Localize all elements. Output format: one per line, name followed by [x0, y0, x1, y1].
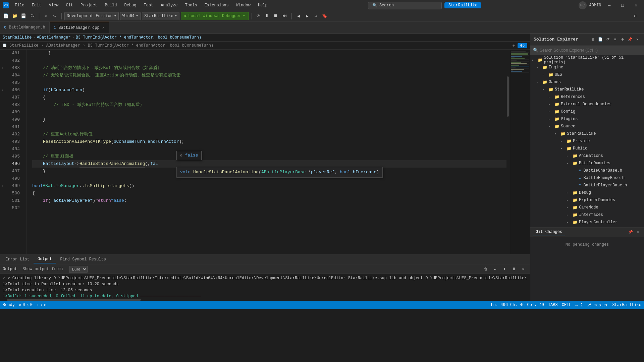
redo-btn[interactable]: ↪	[51, 12, 59, 20]
tree-public[interactable]: ▾ 📁 Public	[530, 145, 644, 152]
h-scroll-thumb[interactable]	[7, 299, 141, 301]
status-branch[interactable]: ⎇ master	[587, 303, 608, 308]
se-collapse-btn[interactable]: ⊟	[590, 36, 596, 43]
pp-tab-git[interactable]: Git Changes	[533, 228, 565, 236]
tree-config[interactable]: ▸ 📁 Config	[530, 108, 644, 115]
close-button[interactable]: ✕	[631, 1, 641, 9]
tree-starRailLike[interactable]: ▾ 📁 StarRailLike	[530, 86, 644, 93]
menu-extensions[interactable]: Extensions	[201, 2, 232, 9]
op-pause-btn[interactable]: ⏸	[510, 265, 518, 273]
save-all-btn[interactable]: 🗂	[28, 12, 36, 20]
breadcrumb-method[interactable]: B3_TurnEnd(AActor * endTurnActor, bool b…	[76, 35, 201, 40]
tree-animations[interactable]: ▸ 📁 Animations	[530, 152, 644, 160]
tab-close-btn[interactable]: ✕	[102, 25, 105, 30]
tree-ext-deps[interactable]: ▸ 📁 External Dependencies	[530, 101, 644, 108]
solution-dropdown[interactable]: StarRailLike▾	[142, 12, 179, 20]
breadcrumb-file[interactable]: StarRailLike	[3, 35, 32, 40]
se-filter-btn[interactable]: ⊕	[619, 36, 626, 43]
toolbar-btn-1[interactable]: ⟳	[255, 12, 263, 20]
tree-battleplayerbase[interactable]: ≡ BattlePlayerBase.h	[530, 182, 644, 189]
op-clear-btn[interactable]: 🗑	[482, 265, 490, 273]
tab-find-symbol[interactable]: Find Symbol Results	[56, 256, 110, 263]
nav-filter[interactable]: ⊙	[44, 303, 46, 308]
tree-private[interactable]: ▸ 📁 Private	[530, 137, 644, 145]
run-button[interactable]: ▶ Local Windows Debugger ▾	[181, 12, 249, 20]
undo-btn[interactable]: ↩	[42, 12, 50, 20]
open-btn[interactable]: 📁	[11, 12, 19, 20]
nav-down[interactable]: ↓	[40, 303, 43, 307]
nav-up[interactable]: ↑	[37, 303, 39, 307]
pp-pin-btn[interactable]: 📌	[627, 229, 634, 236]
menu-build[interactable]: Build	[101, 2, 120, 9]
menu-debug[interactable]: Debug	[121, 2, 140, 9]
minimize-button[interactable]: ─	[604, 2, 615, 9]
expand-btn[interactable]: ⊕	[513, 43, 515, 48]
output-source-select[interactable]: Build	[69, 266, 88, 273]
se-close-btn[interactable]: ✕	[634, 36, 641, 43]
menu-view[interactable]: View	[46, 2, 62, 9]
fold-499[interactable]: ▾	[0, 182, 5, 190]
tree-plugins[interactable]: ▸ 📁 Plugins	[530, 115, 644, 123]
tree-references[interactable]: ▸ 📁 References	[530, 93, 644, 101]
maximize-button[interactable]: □	[617, 2, 628, 9]
tree-source-starraillike[interactable]: ▾ 📁 StarRailLike	[530, 130, 644, 137]
tree-battlecharbase[interactable]: ≡ BattleCharBase.h	[530, 167, 644, 174]
breadcrumb-class[interactable]: ABattleManager	[37, 35, 71, 40]
new-file-btn[interactable]: 📄	[2, 12, 10, 20]
platform-dropdown[interactable]: Win64▾	[120, 12, 141, 20]
live-share-btn[interactable]: ⊕	[631, 12, 639, 20]
tab-battlemanager-h[interactable]: C BattleManager.h	[0, 22, 50, 33]
menu-file[interactable]: File	[11, 2, 28, 9]
tree-explorerdummies[interactable]: ▸ 📁 ExplorerDummies	[530, 196, 644, 204]
se-sync-btn[interactable]: ⟳	[604, 36, 611, 43]
toolbar-btn-3[interactable]: ⏹	[272, 12, 280, 20]
scroll-thumb[interactable]	[507, 76, 509, 117]
menu-project[interactable]: Project	[77, 2, 101, 9]
tab-battlemanager-cpp[interactable]: C BattleManager.cpp ✕	[50, 22, 109, 33]
pp-close-btn[interactable]: ✕	[635, 229, 641, 236]
menu-help[interactable]: Help	[255, 2, 271, 9]
code-editor[interactable]: ▾ ▾ ▾	[0, 50, 530, 254]
tree-interfaces[interactable]: ▸ 📁 Interfaces	[530, 211, 644, 219]
op-scroll-btn[interactable]: ⬇	[500, 265, 508, 273]
fold-483[interactable]: ▾	[0, 64, 5, 72]
menu-git[interactable]: Git	[62, 2, 76, 9]
menu-edit[interactable]: Edit	[29, 2, 45, 9]
op-wrap-btn[interactable]: ↵	[491, 265, 499, 273]
toolbar-btn-7[interactable]: ⇨	[312, 12, 320, 20]
menu-analyze[interactable]: Analyze	[157, 2, 181, 9]
tree-gamemode[interactable]: ▸ 📁 GameMode	[530, 204, 644, 211]
tree-source[interactable]: ▾ 📁 Source	[530, 123, 644, 130]
se-pin-btn[interactable]: 📌	[627, 36, 633, 43]
tree-engine[interactable]: ▾ 📁 Engine	[530, 64, 644, 71]
menu-window[interactable]: Window	[233, 2, 254, 9]
horizontal-scrollbar[interactable]	[0, 298, 530, 301]
fold-486[interactable]: ▾	[0, 86, 5, 94]
tab-output[interactable]: Output	[34, 255, 56, 263]
toolbar-btn-2[interactable]: ⏸	[263, 12, 271, 20]
tree-ues[interactable]: ▸ 📁 UES	[530, 71, 644, 78]
tree-games[interactable]: ▾ 📁 Games	[530, 78, 644, 86]
toolbar-btn-8[interactable]: 🔖	[321, 12, 329, 20]
config-dropdown[interactable]: Development Edition▾	[64, 12, 119, 20]
menu-tools[interactable]: Tools	[182, 2, 201, 9]
go-btn[interactable]: Go	[518, 43, 527, 48]
save-btn[interactable]: 💾	[19, 12, 28, 20]
tab-error-list[interactable]: Error List	[1, 256, 34, 263]
menu-test[interactable]: Test	[141, 2, 157, 9]
se-search-input[interactable]	[540, 48, 641, 53]
tree-root[interactable]: ▾ 📁 Solution 'StarRailLike' (51 of 51 pr…	[530, 56, 644, 64]
se-files-btn[interactable]: 📄	[597, 36, 604, 43]
op-close-btn[interactable]: ✕	[519, 265, 527, 273]
se-props-btn[interactable]: ≡	[612, 36, 619, 43]
tree-battleenemybase[interactable]: ≡ BattleEnemyBase.h	[530, 174, 644, 182]
tree-playercontroller[interactable]: ▸ 📁 PlayerController	[530, 219, 644, 226]
toolbar-btn-4[interactable]: ⏭	[281, 12, 289, 20]
tree-debug[interactable]: ▸ 📁 Debug	[530, 189, 644, 196]
code-content[interactable]: } // 消耗回合数的情况下，减少Buff的持续回合数（如套盾） // 无论是否…	[27, 50, 506, 254]
search-box[interactable]: 🔍 Search	[368, 2, 442, 9]
tree-battledummies[interactable]: ▾ 📁 BattleDummies	[530, 160, 644, 167]
toolbar-btn-6[interactable]: ▶	[303, 12, 311, 20]
vertical-scrollbar[interactable]	[506, 50, 510, 254]
toolbar-btn-5[interactable]: ◀	[294, 12, 303, 20]
